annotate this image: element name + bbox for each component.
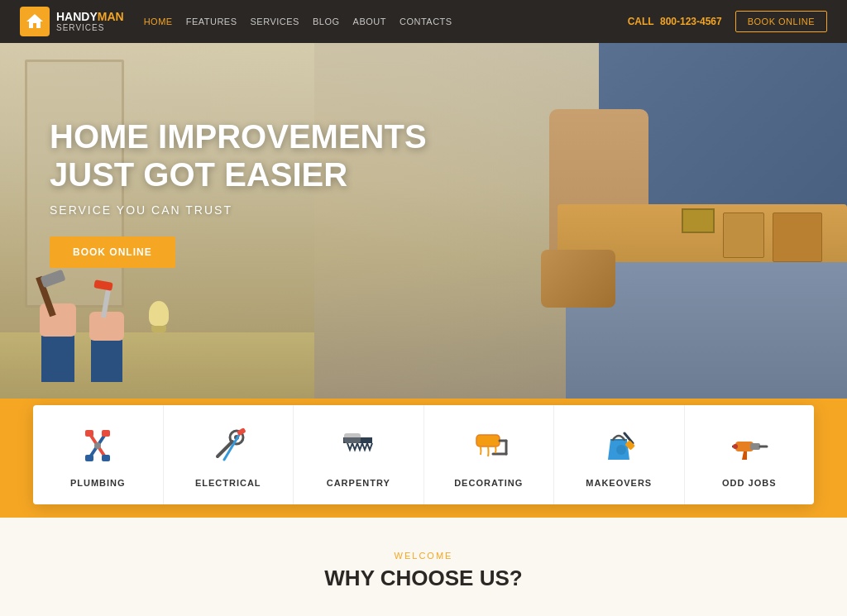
nav-blog[interactable]: BLOG (313, 17, 340, 26)
service-odd-jobs[interactable]: ODD JOBS (685, 405, 815, 504)
nav-links: HOME FEATURES SERVICES BLOG ABOUT CONTAC… (144, 17, 452, 26)
service-plumbing[interactable]: PLUMBING (33, 405, 164, 504)
makeovers-icon (598, 425, 639, 466)
hero-title: HOME IMPROVEMENTS JUST GOT EASIER (50, 117, 447, 193)
carpentry-icon (337, 425, 379, 466)
service-decorating[interactable]: DECORATING (424, 405, 555, 504)
nav-contacts[interactable]: CONTACTS (400, 17, 452, 26)
nav-right: CALL 800-123-4567 BOOK ONLINE (628, 11, 827, 32)
logo[interactable]: HANDYMAN SERVICES (20, 7, 124, 36)
svg-rect-6 (102, 455, 110, 461)
nav-features[interactable]: FEATURES (186, 17, 237, 26)
logo-text: HANDYMAN SERVICES (56, 10, 124, 34)
hero-subtitle: SERVICE YOU CAN TRUST (50, 203, 797, 217)
decorating-icon (468, 425, 510, 466)
svg-rect-4 (102, 430, 110, 437)
electrical-icon (208, 425, 249, 466)
svg-rect-13 (476, 435, 500, 446)
logo-icon (20, 7, 50, 36)
service-electrical[interactable]: ELECTRICAL (164, 405, 294, 504)
carpentry-label: CARPENTRY (327, 478, 390, 488)
welcome-label: Welcome (0, 551, 847, 561)
hero-section: HOME IMPROVEMENTS JUST GOT EASIER SERVIC… (0, 43, 847, 399)
nav-about[interactable]: ABOUT (353, 17, 386, 26)
svg-rect-3 (85, 430, 93, 437)
book-online-hero-button[interactable]: BOOK ONLINE (50, 236, 175, 268)
svg-rect-5 (85, 455, 93, 461)
service-makeovers[interactable]: MAKEOVERS (554, 405, 685, 504)
electrical-label: ELECTRICAL (195, 478, 261, 488)
svg-rect-22 (750, 443, 760, 450)
brand-name: HANDYMAN (56, 10, 124, 24)
hero-content: HOME IMPROVEMENTS JUST GOT EASIER SERVIC… (0, 43, 847, 268)
odd-jobs-label: ODD JOBS (722, 478, 776, 488)
plumbing-label: PLUMBING (70, 478, 126, 488)
brand-sub: SERVICES (56, 23, 124, 33)
nav-left: HANDYMAN SERVICES HOME FEATURES SERVICES… (20, 7, 452, 36)
services-strip: PLUMBING ELECTRICAL (33, 405, 814, 504)
makeovers-label: MAKEOVERS (586, 478, 652, 488)
call-info: CALL 800-123-4567 (628, 16, 722, 27)
odd-jobs-icon (729, 425, 770, 466)
svg-point-2 (94, 442, 101, 449)
nav-services[interactable]: SERVICES (251, 17, 299, 26)
navbar: HANDYMAN SERVICES HOME FEATURES SERVICES… (0, 0, 847, 43)
svg-rect-12 (344, 433, 361, 443)
house-icon (25, 12, 45, 31)
why-title: WHY CHOOSE US? (0, 566, 847, 591)
book-online-nav-button[interactable]: BOOK ONLINE (735, 11, 827, 32)
services-strip-wrapper: PLUMBING ELECTRICAL (0, 399, 847, 518)
phone-number: 800-123-4567 (660, 16, 722, 27)
svg-point-20 (616, 445, 626, 455)
svg-point-25 (733, 444, 738, 449)
nav-home[interactable]: HOME (144, 17, 173, 26)
decorating-label: DECORATING (454, 478, 523, 488)
plumbing-icon (77, 425, 118, 466)
why-section: Welcome WHY CHOOSE US? (0, 518, 847, 616)
service-carpentry[interactable]: CARPENTRY (294, 405, 424, 504)
